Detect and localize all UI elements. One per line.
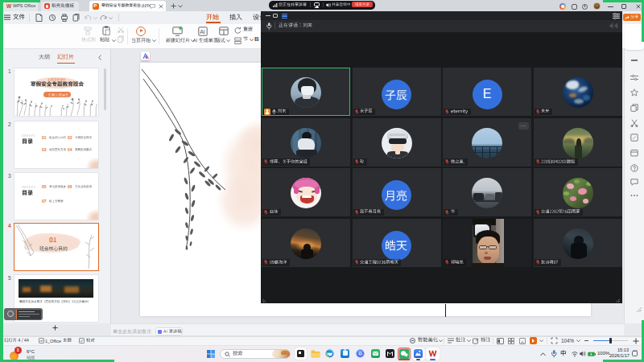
svg-text:AI: AI xyxy=(200,28,205,34)
